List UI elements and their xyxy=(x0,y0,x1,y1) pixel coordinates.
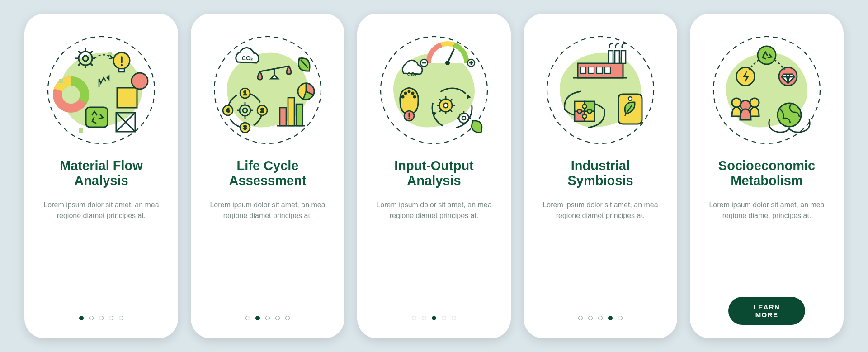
svg-rect-44 xyxy=(280,108,286,126)
svg-point-65 xyxy=(408,118,410,119)
svg-point-101 xyxy=(628,97,632,100)
page-dot[interactable] xyxy=(265,316,270,320)
page-dot[interactable] xyxy=(452,316,456,320)
page-dot[interactable] xyxy=(442,316,446,320)
input-output-analysis-icon: CO₂ xyxy=(377,33,491,147)
socioeconomic-metabolism-icon xyxy=(710,33,823,147)
illustration-wrap: CO₂ xyxy=(377,33,491,147)
svg-line-76 xyxy=(450,110,452,112)
card-description: Lorem ipsum dolor sit amet, an mea regio… xyxy=(42,200,160,221)
svg-point-78 xyxy=(462,116,466,120)
svg-rect-22 xyxy=(59,79,63,83)
svg-line-10 xyxy=(78,63,80,66)
page-dot[interactable] xyxy=(99,316,104,320)
page-dot[interactable] xyxy=(89,316,94,320)
svg-line-75 xyxy=(439,110,441,112)
svg-point-2 xyxy=(79,52,92,65)
learn-more-button[interactable]: LEARN MORE xyxy=(728,297,805,325)
svg-point-38 xyxy=(240,105,250,116)
svg-rect-45 xyxy=(288,98,294,126)
material-flow-analysis-icon xyxy=(45,33,158,147)
page-dot[interactable] xyxy=(285,316,290,320)
svg-rect-86 xyxy=(589,67,594,73)
page-dot[interactable] xyxy=(245,316,250,320)
onboarding-card: CO₂ 1 2 3 4 xyxy=(191,14,344,338)
page-dot[interactable] xyxy=(588,316,593,320)
card-description: Lorem ipsum dolor sit amet, an mea regio… xyxy=(542,200,659,221)
svg-text:CO₂: CO₂ xyxy=(407,71,417,77)
svg-point-17 xyxy=(132,73,148,89)
page-dot[interactable] xyxy=(598,316,603,320)
svg-point-98 xyxy=(578,109,582,114)
svg-point-110 xyxy=(732,98,741,107)
card-title: Socioeconomic Metabolism xyxy=(708,158,826,189)
svg-point-100 xyxy=(583,114,587,119)
illustration-wrap: CO₂ 1 2 3 4 xyxy=(211,33,324,147)
svg-point-99 xyxy=(588,109,592,114)
svg-text:4: 4 xyxy=(226,107,230,114)
page-dots xyxy=(578,316,623,320)
page-dot[interactable] xyxy=(432,316,436,320)
svg-point-59 xyxy=(408,90,411,93)
svg-line-74 xyxy=(450,99,452,101)
svg-point-58 xyxy=(404,92,407,95)
card-description: Lorem ipsum dolor sit amet, an mea regio… xyxy=(375,200,493,221)
page-dots xyxy=(412,316,456,320)
svg-point-39 xyxy=(243,108,247,113)
svg-point-111 xyxy=(750,98,759,107)
svg-point-61 xyxy=(413,95,416,99)
svg-line-9 xyxy=(90,51,93,53)
svg-text:3: 3 xyxy=(244,124,247,131)
page-dot[interactable] xyxy=(608,316,613,320)
card-description: Lorem ipsum dolor sit amet, an mea regio… xyxy=(708,200,826,221)
card-description: Lorem ipsum dolor sit amet, an mea regio… xyxy=(209,200,326,221)
svg-rect-13 xyxy=(119,69,124,72)
svg-point-62 xyxy=(401,95,405,99)
illustration-wrap xyxy=(544,33,657,147)
industrial-symbiosis-icon xyxy=(544,33,657,147)
svg-point-15 xyxy=(121,64,123,66)
card-title: Input-Output Analysis xyxy=(375,158,493,189)
page-dot[interactable] xyxy=(109,316,113,320)
page-dot[interactable] xyxy=(79,316,84,320)
page-dot[interactable] xyxy=(412,316,416,320)
page-dot[interactable] xyxy=(422,316,426,320)
onboarding-card: Socioeconomic Metabolism Lorem ipsum dol… xyxy=(690,14,844,338)
svg-point-77 xyxy=(459,113,469,123)
onboarding-card: CO₂ xyxy=(357,14,511,338)
svg-point-60 xyxy=(411,92,415,95)
card-title: Industrial Symbiosis xyxy=(542,158,659,189)
card-title: Material Flow Analysis xyxy=(42,158,160,189)
svg-rect-88 xyxy=(605,67,610,73)
svg-line-11 xyxy=(90,63,93,66)
svg-rect-90 xyxy=(615,51,619,63)
page-dot[interactable] xyxy=(119,316,123,320)
page-dot[interactable] xyxy=(618,316,623,320)
onboarding-card: Material Flow Analysis Lorem ipsum dolor… xyxy=(24,14,178,338)
svg-point-68 xyxy=(443,103,448,108)
svg-line-8 xyxy=(78,51,80,53)
illustration-wrap xyxy=(710,33,823,147)
card-title: Life Cycle Assessment xyxy=(209,158,326,189)
svg-rect-46 xyxy=(296,104,302,126)
page-dot[interactable] xyxy=(275,316,280,320)
page-dot[interactable] xyxy=(578,316,583,320)
svg-point-51 xyxy=(445,61,450,65)
svg-text:1: 1 xyxy=(244,90,247,96)
svg-rect-91 xyxy=(621,51,626,63)
life-cycle-assessment-icon: CO₂ 1 2 3 4 xyxy=(211,33,324,147)
illustration-wrap xyxy=(45,33,158,147)
svg-rect-23 xyxy=(79,128,83,133)
svg-text:2: 2 xyxy=(261,107,264,114)
page-dots xyxy=(79,316,123,320)
svg-text:CO₂: CO₂ xyxy=(242,55,253,62)
svg-rect-87 xyxy=(597,67,602,73)
svg-rect-16 xyxy=(117,88,137,108)
svg-point-3 xyxy=(83,56,88,61)
svg-rect-21 xyxy=(86,107,108,127)
page-dots xyxy=(245,316,290,320)
onboarding-card: Industrial Symbiosis Lorem ipsum dolor s… xyxy=(524,14,677,338)
page-dot[interactable] xyxy=(255,316,260,320)
svg-line-73 xyxy=(439,99,441,101)
svg-point-97 xyxy=(583,105,587,109)
